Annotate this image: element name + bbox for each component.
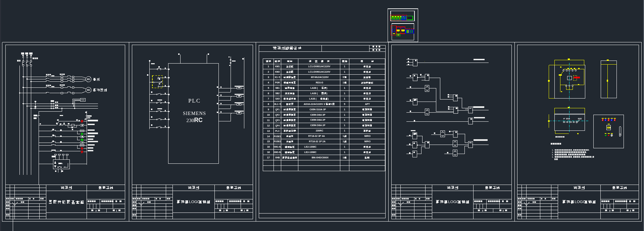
svg-text:3: 3 <box>482 209 483 212</box>
svg-text:1: 1 <box>344 108 345 111</box>
svg-text:RD3-G: RD3-G <box>316 81 324 84</box>
svg-text:QF4: QF4 <box>275 124 280 127</box>
svg-text:5: 5 <box>268 86 269 89</box>
svg-text:PGR: PGR <box>275 81 280 84</box>
svg-text:LOGO: LOGO <box>448 200 459 204</box>
svg-text:3: 3 <box>609 209 610 212</box>
svg-text:C65N D6A 2P: C65N D6A 2P <box>310 124 326 127</box>
svg-text:1: 1 <box>344 92 345 95</box>
svg-text:LOGO: LOGO <box>189 200 200 204</box>
svg-text:3: 3 <box>503 209 504 212</box>
svg-text:LA38 (: LA38 ( <box>310 87 318 89</box>
svg-text:1: 1 <box>552 149 553 151</box>
svg-text:230RC: 230RC <box>186 117 203 123</box>
svg-text:RT18-32 1P 2A: RT18-32 1P 2A <box>309 140 326 143</box>
svg-text:LA38 (: LA38 ( <box>310 92 318 95</box>
svg-text:HL1~5: HL1~5 <box>274 103 281 105</box>
svg-text:MIRO: MIRO <box>364 140 371 143</box>
svg-text:16: 16 <box>267 151 270 154</box>
svg-text:2: 2 <box>552 152 553 153</box>
svg-text:AD16-22/AC220V 3: AD16-22/AC220V 3 <box>304 103 325 106</box>
svg-text:C65N D10A 3P: C65N D10A 3P <box>310 108 326 111</box>
svg-text:.: . <box>553 152 553 153</box>
svg-text:PGR: PGR <box>81 99 85 101</box>
svg-text:M1: M1 <box>87 78 90 80</box>
svg-text:KM2-0L: KM2-0L <box>274 151 282 153</box>
svg-text:1: 1 <box>344 151 345 154</box>
svg-text:KM1-0L: KM1-0L <box>274 146 282 148</box>
svg-text:2: 2 <box>331 103 332 106</box>
svg-text:FUSE2: FUSE2 <box>274 140 281 143</box>
svg-text:PLC: PLC <box>275 130 280 132</box>
svg-text:1: 1 <box>344 114 345 116</box>
svg-text:1: 1 <box>344 146 345 148</box>
svg-text:4*: 4* <box>563 118 565 120</box>
svg-text:MY4NJ/AC220V: MY4NJ/AC220V <box>311 76 329 79</box>
svg-text:6: 6 <box>268 92 269 95</box>
svg-text:QF2: QF2 <box>275 114 280 116</box>
svg-text:15: 15 <box>267 140 270 143</box>
svg-text:1: 1 <box>344 98 345 100</box>
svg-text:C65N D6A 3P: C65N D6A 3P <box>310 114 326 116</box>
svg-text:1: 1 <box>116 209 117 212</box>
svg-text:230RC: 230RC <box>316 129 323 132</box>
svg-text:.: . <box>553 156 553 158</box>
svg-text:SIEMENS: SIEMENS <box>183 111 206 116</box>
svg-text:1: 1 <box>344 71 345 73</box>
svg-text:.: . <box>553 154 553 156</box>
svg-text:K1~5: K1~5 <box>275 76 280 78</box>
svg-text:.: . <box>553 149 553 151</box>
svg-text:1: 1 <box>344 129 345 132</box>
svg-text:3: 3 <box>95 209 97 212</box>
svg-text:FUSE1: FUSE1 <box>274 135 281 138</box>
svg-text:M2: M2 <box>87 89 90 91</box>
svg-text:KM1: KM1 <box>275 65 280 68</box>
svg-text:APT: APT <box>365 103 370 106</box>
svg-text:5: 5 <box>343 76 344 79</box>
svg-text:2: 2 <box>244 209 245 212</box>
svg-text:8: 8 <box>268 103 269 106</box>
svg-text:QF3: QF3 <box>275 119 280 122</box>
svg-text:3: 3 <box>223 209 225 212</box>
svg-text:4: 4 <box>552 156 553 158</box>
svg-text:14: 14 <box>267 135 270 138</box>
svg-text:QF1: QF1 <box>275 108 280 111</box>
svg-text:LOGO: LOGO <box>575 200 586 204</box>
svg-text:1: 1 <box>343 81 344 84</box>
svg-text:9: 9 <box>268 108 269 111</box>
svg-text:1: 1 <box>344 87 345 89</box>
svg-text:1: 1 <box>344 124 345 127</box>
svg-text:1: 1 <box>268 65 269 68</box>
svg-text:Ø16: Ø16 <box>566 118 570 120</box>
svg-text:LE2-1308C: LE2-1308C <box>304 146 316 148</box>
svg-text:12: 12 <box>267 124 270 127</box>
svg-text:KM2: KM2 <box>275 71 280 73</box>
svg-text:1: 1 <box>344 119 345 121</box>
svg-text:SB1: SB1 <box>275 87 280 89</box>
svg-text:SB2: SB2 <box>275 92 280 94</box>
svg-text:3: 3 <box>552 154 553 156</box>
svg-text:17: 17 <box>267 156 270 159</box>
svg-text:XHB: XHB <box>275 156 280 159</box>
svg-text:11: 11 <box>267 119 270 122</box>
svg-text:LA38 (: LA38 ( <box>309 98 316 100</box>
svg-text:1: 1 <box>343 140 344 143</box>
svg-text:1: 1 <box>343 156 344 159</box>
svg-text:RT18-32 3P 4A: RT18-32 3P 4A <box>308 135 325 138</box>
svg-text:C65N D6A 2P: C65N D6A 2P <box>310 119 326 121</box>
svg-text:2: 2 <box>268 70 269 73</box>
svg-text:16: 16 <box>267 145 270 148</box>
svg-text:BM-XHDC000X: BM-XHDC000X <box>312 156 329 159</box>
svg-text:MIRO: MIRO <box>364 135 371 138</box>
svg-text:5: 5 <box>344 103 345 106</box>
svg-text:PLC: PLC <box>188 98 201 104</box>
svg-text:3: 3 <box>268 76 269 79</box>
svg-text:7: 7 <box>268 97 269 100</box>
svg-text:LE2-1308C: LE2-1308C <box>304 151 316 154</box>
svg-text:Ø22: Ø22 <box>578 118 582 120</box>
svg-text:3: 3 <box>630 209 631 212</box>
svg-text:10: 10 <box>267 113 270 116</box>
svg-text:LC1-D0901/AC220V: LC1-D0901/AC220V <box>308 71 330 73</box>
svg-text:1: 1 <box>344 65 345 68</box>
svg-text:SA5: SA5 <box>275 98 280 100</box>
